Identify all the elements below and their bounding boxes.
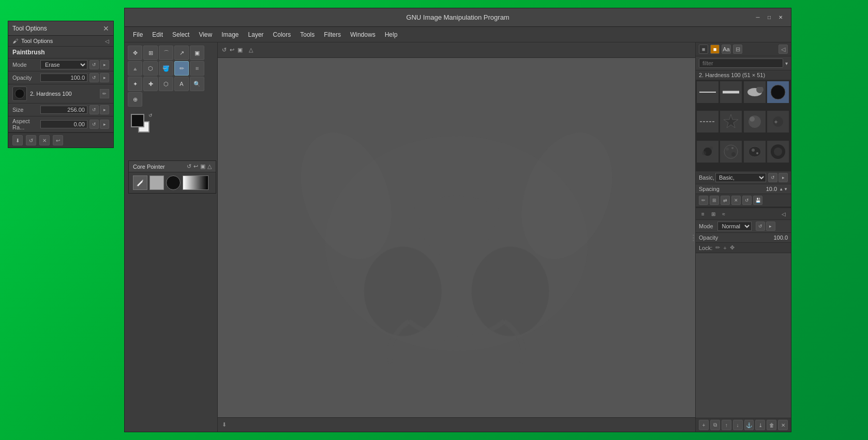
menu-filters[interactable]: Filters xyxy=(320,29,345,40)
filter-dropdown-icon[interactable]: ▾ xyxy=(785,61,788,66)
lock-icon-pencil[interactable]: ✏ xyxy=(715,244,720,251)
brush-cell-5[interactable] xyxy=(697,111,719,133)
tool-options-delete-btn[interactable]: ✕ xyxy=(39,135,50,145)
layer-mode-btn1[interactable]: ↺ xyxy=(756,222,765,231)
core-pointer-btn3[interactable]: ▣ xyxy=(200,163,205,170)
menu-select[interactable]: Select xyxy=(168,29,193,40)
layer-down-btn[interactable]: ↓ xyxy=(733,420,743,430)
layer-anchor-btn[interactable]: ⚓ xyxy=(744,420,754,430)
brush-cell-11[interactable] xyxy=(744,141,766,163)
layers-list[interactable] xyxy=(696,253,791,418)
brush-action-delete[interactable]: ✕ xyxy=(731,196,741,205)
menu-image[interactable]: Image xyxy=(217,29,243,40)
brush-cell-4[interactable] xyxy=(767,81,789,103)
tool-perspective[interactable]: ⟁ xyxy=(128,61,142,76)
brush-edit-btn[interactable]: ✏ xyxy=(100,89,109,98)
tool-free-transform2[interactable]: ⬡ xyxy=(159,77,173,91)
tool-crop[interactable]: ⌗ xyxy=(190,61,204,76)
menu-layer[interactable]: Layer xyxy=(244,29,268,40)
tool-clone[interactable]: ✦ xyxy=(128,77,142,91)
tool-options-restore-btn[interactable]: ↩ xyxy=(53,135,63,145)
tool-shear[interactable]: ⬡ xyxy=(143,61,158,76)
panel-bar-icon2[interactable]: ↩ xyxy=(230,47,234,53)
panel-icon-orange[interactable]: ■ xyxy=(710,45,720,54)
panel-icon-text[interactable]: Aa xyxy=(722,45,731,54)
brush-cell-1[interactable] xyxy=(697,81,719,103)
brush-cell-6[interactable] xyxy=(720,111,742,133)
panel-icon-pattern[interactable]: ⊟ xyxy=(733,45,742,54)
tool-options-reset-btn[interactable]: ↺ xyxy=(26,135,36,145)
tool-aspect-more-btn[interactable]: ▸ xyxy=(100,120,109,129)
tool-opacity-reset-btn[interactable]: ↺ xyxy=(89,73,99,82)
brush-cell-2[interactable] xyxy=(720,81,742,103)
menu-help[interactable]: Help xyxy=(381,29,402,40)
panel-bar-icon3[interactable]: ▣ xyxy=(237,47,243,53)
layers-collapse-btn[interactable]: ◁ xyxy=(780,210,788,218)
spacing-down[interactable]: ▼ xyxy=(784,187,788,192)
tool-size-more-btn[interactable]: ▸ xyxy=(100,105,109,114)
brush-cell-12[interactable] xyxy=(767,141,789,163)
tool-free-select[interactable]: ⌒ xyxy=(159,46,173,60)
brush-cell-8[interactable]: ✦ xyxy=(767,111,789,133)
brush-cell-3[interactable] xyxy=(744,81,766,103)
tool-rect-select[interactable]: ▣ xyxy=(190,46,204,60)
core-pointer-pencil-icon[interactable] xyxy=(133,175,147,190)
layer-up-btn[interactable]: ↑ xyxy=(722,420,731,430)
lock-icon-move[interactable]: ✥ xyxy=(730,244,735,251)
tool-options-save-btn[interactable]: ⬇ xyxy=(12,135,23,145)
layers-icon-channels[interactable]: ≈ xyxy=(720,210,728,218)
tool-eyedrop[interactable]: 🔍 xyxy=(190,77,204,91)
layer-close-btn[interactable]: ✕ xyxy=(778,420,788,430)
core-pointer-collapse-btn[interactable]: △ xyxy=(207,163,212,170)
brush-action-save[interactable]: 💾 xyxy=(753,196,762,205)
tool-mode-select[interactable]: Erase xyxy=(40,60,87,69)
core-pointer-gray-swatch[interactable] xyxy=(149,175,164,190)
panel-collapse-btn[interactable]: △ xyxy=(249,47,253,53)
tool-heal[interactable]: ✚ xyxy=(143,77,158,91)
tool-aspect-reset-btn[interactable]: ↺ xyxy=(89,120,99,129)
panel-collapse-right[interactable]: ◁ xyxy=(779,45,788,54)
menu-file[interactable]: File xyxy=(129,29,147,40)
tool-move[interactable]: ✥ xyxy=(128,46,142,60)
lock-icon-plus[interactable]: + xyxy=(723,245,726,251)
brush-cell-10[interactable] xyxy=(720,141,742,163)
color-reset-icon[interactable]: ↺ xyxy=(148,113,153,118)
tool-pencil[interactable]: ✏ xyxy=(174,61,189,76)
maximize-button[interactable]: □ xyxy=(765,13,773,22)
menu-windows[interactable]: Windows xyxy=(346,29,380,40)
menu-view[interactable]: View xyxy=(194,29,216,40)
image-canvas[interactable] xyxy=(218,58,695,417)
layer-merge-btn[interactable]: ⤓ xyxy=(755,420,765,430)
core-pointer-btn2[interactable]: ↩ xyxy=(193,163,198,170)
brush-preview-thumb[interactable] xyxy=(12,86,27,101)
panel-bar-icon1[interactable]: ↺ xyxy=(222,47,227,53)
brush-action-resize[interactable]: ⊞ xyxy=(710,196,719,205)
basic-icon-2[interactable]: ▸ xyxy=(779,173,788,182)
spacing-up[interactable]: ▲ xyxy=(779,187,783,192)
basic-icon-1[interactable]: ↺ xyxy=(768,173,777,182)
tool-mode-reset-btn[interactable]: ↺ xyxy=(89,60,99,69)
menu-edit[interactable]: Edit xyxy=(148,29,167,40)
tool-mode-more-btn[interactable]: ▸ xyxy=(100,60,109,69)
menu-tools[interactable]: Tools xyxy=(296,29,319,40)
close-button[interactable]: ✕ xyxy=(776,13,785,22)
tool-zoom[interactable]: ⊕ xyxy=(128,92,142,107)
layers-icon-stack[interactable]: ≡ xyxy=(699,210,707,218)
layer-delete-btn[interactable]: 🗑 xyxy=(767,420,776,430)
core-pointer-black-circle[interactable] xyxy=(166,175,181,190)
core-pointer-btn1[interactable]: ↺ xyxy=(187,163,191,170)
layer-duplicate-btn[interactable]: ⧉ xyxy=(710,420,720,430)
basic-mode-select[interactable]: Basic, xyxy=(715,173,766,182)
filter-input[interactable] xyxy=(699,58,783,68)
tool-options-collapse-btn[interactable]: ◁ xyxy=(105,38,109,44)
layers-icon-grid[interactable]: ⊞ xyxy=(709,210,717,218)
brush-action-refresh[interactable]: ↺ xyxy=(742,196,752,205)
tool-size-reset-btn[interactable]: ↺ xyxy=(89,105,99,114)
tool-transform[interactable]: ↗ xyxy=(174,46,189,60)
minimize-button[interactable]: ─ xyxy=(754,13,762,22)
tool-paint-bucket[interactable]: 🪣 xyxy=(159,61,173,76)
panel-resize-handle[interactable] xyxy=(691,227,695,248)
panel-icon-color[interactable]: ■ xyxy=(699,45,708,54)
tool-options-close-btn[interactable]: ✕ xyxy=(103,24,109,33)
brush-action-mirror[interactable]: ⇄ xyxy=(721,196,730,205)
